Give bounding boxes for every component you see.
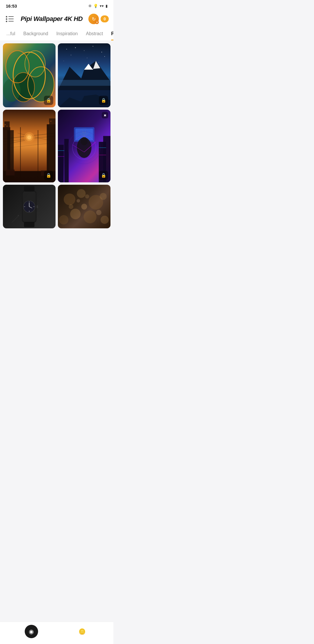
- svg-point-11: [66, 49, 67, 49]
- svg-marker-81: [17, 215, 19, 216]
- svg-point-3: [12, 73, 34, 102]
- menu-button[interactable]: [5, 15, 15, 23]
- svg-point-39: [24, 132, 34, 143]
- wallpaper-grid-container: 🔒: [0, 40, 113, 252]
- svg-point-17: [87, 58, 88, 58]
- svg-point-40: [26, 134, 33, 141]
- svg-point-84: [89, 195, 103, 209]
- wallpaper-grid: 🔒: [3, 43, 110, 228]
- lock-overlay-2: 🔒: [99, 96, 108, 105]
- tab-inspiration[interactable]: Inspiration: [52, 28, 82, 40]
- svg-point-10: [25, 51, 45, 77]
- svg-point-72: [23, 201, 35, 212]
- svg-line-80: [12, 216, 19, 223]
- menu-dot: [6, 18, 7, 20]
- svg-point-14: [93, 46, 93, 47]
- wallpaper-image-6: [58, 185, 110, 228]
- header: Pipi Wallpaper 4K HD ↻ + 0: [0, 11, 113, 28]
- status-time: 16:53: [6, 3, 17, 8]
- tabs: ...ful Background Inspiration Abstract P…: [0, 28, 113, 40]
- svg-line-66: [72, 145, 84, 152]
- svg-point-9: [12, 73, 34, 102]
- svg-point-41: [27, 135, 31, 139]
- svg-point-62: [81, 128, 88, 133]
- menu-icon: [6, 16, 14, 22]
- menu-line: [8, 19, 14, 19]
- svg-point-89: [101, 216, 109, 224]
- svg-rect-70: [24, 186, 34, 191]
- svg-point-59: [77, 138, 91, 158]
- svg-rect-45: [5, 124, 6, 125]
- svg-point-7: [6, 51, 29, 83]
- tab-background[interactable]: Background: [19, 28, 52, 40]
- svg-point-83: [77, 189, 85, 198]
- wifi-icon: ▾▾: [100, 4, 104, 8]
- menu-dot: [6, 21, 7, 22]
- svg-point-82: [64, 193, 75, 205]
- lock-icon-2: 🔒: [101, 98, 106, 103]
- svg-point-85: [70, 209, 81, 219]
- premium-badge-4: ▣: [102, 112, 108, 118]
- svg-marker-21: [58, 61, 110, 90]
- svg-rect-69: [23, 191, 35, 222]
- svg-rect-57: [74, 127, 94, 142]
- menu-line: [8, 16, 14, 17]
- svg-line-33: [3, 136, 56, 142]
- svg-marker-23: [84, 64, 93, 70]
- header-right: ↻ + 0: [88, 14, 109, 24]
- svg-point-1: [6, 51, 29, 83]
- tabs-container: ...ful Background Inspiration Abstract P…: [0, 28, 113, 40]
- svg-marker-22: [84, 61, 100, 70]
- svg-point-0: [13, 52, 45, 99]
- svg-line-78: [29, 207, 32, 208]
- svg-rect-43: [6, 170, 15, 175]
- svg-point-94: [85, 194, 89, 198]
- svg-point-87: [100, 193, 107, 200]
- tab-pleasure[interactable]: Pleasure: [107, 28, 113, 40]
- wallpaper-item-6[interactable]: [58, 185, 110, 228]
- svg-rect-26: [58, 80, 110, 86]
- fan-icon: ❊: [88, 4, 92, 8]
- bokeh-svg: [58, 185, 110, 228]
- svg-rect-50: [64, 139, 69, 182]
- menu-dot: [6, 16, 7, 17]
- tab-abstract[interactable]: Abstract: [82, 28, 107, 40]
- svg-point-90: [81, 204, 87, 209]
- svg-line-36: [9, 143, 50, 148]
- svg-rect-28: [4, 121, 10, 182]
- lock-icon-1: 🔒: [46, 98, 51, 103]
- wallpaper-item-5[interactable]: [3, 185, 56, 228]
- lock-icon-3: 🔒: [46, 173, 51, 178]
- battery-icon: ▮: [106, 4, 108, 8]
- svg-point-15: [101, 52, 102, 52]
- svg-rect-68: [22, 191, 36, 223]
- svg-point-64: [68, 131, 100, 164]
- svg-point-5: [3, 79, 20, 102]
- svg-point-13: [84, 50, 85, 51]
- svg-line-32: [3, 133, 56, 139]
- tab-beautiful[interactable]: ...ful: [2, 28, 19, 40]
- status-icons: ❊ 💡 ▾▾ ▮: [88, 4, 108, 8]
- svg-point-60: [81, 137, 88, 145]
- svg-point-61: [82, 132, 86, 135]
- svg-rect-79: [37, 205, 38, 208]
- add-coin-button[interactable]: ↻ +: [88, 14, 99, 24]
- wallpaper-item-2[interactable]: 🔒: [58, 43, 110, 107]
- status-bar: 16:53 ❊ 💡 ▾▾ ▮: [0, 0, 113, 11]
- svg-rect-58: [75, 129, 93, 140]
- svg-point-20: [99, 62, 99, 63]
- svg-line-65: [84, 142, 96, 152]
- svg-point-88: [59, 215, 68, 225]
- wallpaper-item-4[interactable]: 🔒 ▣: [58, 110, 110, 182]
- coin-count-badge[interactable]: 0: [101, 15, 109, 22]
- lock-overlay-4: 🔒: [99, 171, 108, 180]
- wallpaper-item-3[interactable]: 🔒: [3, 110, 56, 182]
- svg-point-18: [104, 56, 105, 57]
- svg-point-12: [75, 47, 76, 48]
- lightbulb-icon: 💡: [93, 4, 98, 8]
- wallpaper-item-1[interactable]: 🔒: [3, 43, 56, 107]
- svg-rect-49: [58, 145, 64, 182]
- lock-overlay-3: 🔒: [44, 171, 53, 180]
- svg-point-92: [76, 199, 80, 202]
- svg-point-19: [63, 61, 64, 61]
